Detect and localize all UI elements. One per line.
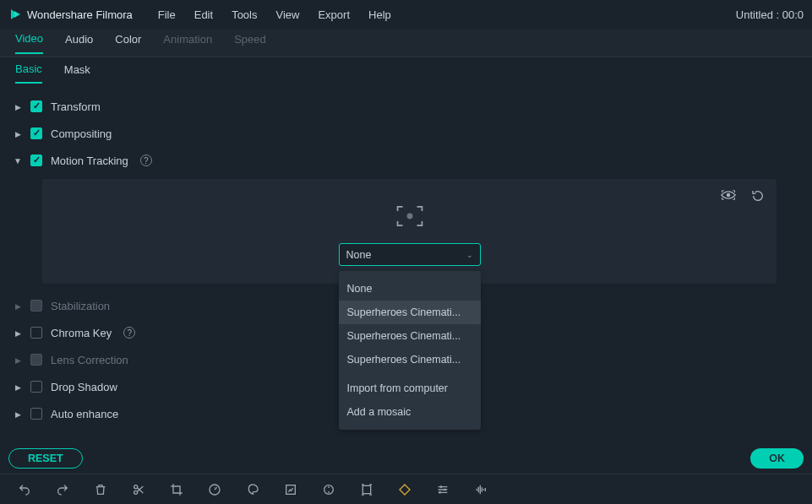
delete-icon[interactable] [93,482,108,497]
motion-tracking-tool-icon[interactable] [321,482,336,497]
svg-point-8 [439,491,441,494]
link-element-dropdown: None ⌄ None Superheroes Cinemati... Supe… [339,243,481,266]
menu-tools[interactable]: Tools [232,8,257,21]
group-motion-tracking[interactable]: Motion Tracking ? [0,147,812,174]
titlebar: Wondershare Filmora File Edit Tools View… [0,0,812,29]
label-compositing: Compositing [51,127,112,140]
timeline-toolbar [0,474,812,504]
expand-arrow-icon[interactable] [14,301,22,311]
reset-button[interactable]: RESET [8,448,83,469]
dropdown-option-import[interactable]: Import from computer [339,377,481,400]
menu-help[interactable]: Help [368,8,391,21]
tab-video[interactable]: Video [15,32,43,54]
split-icon[interactable] [131,482,146,497]
tab-basic[interactable]: Basic [15,62,42,84]
panel-body: Transform Compositing Motion Tracking ? [0,88,812,427]
app-name: Wondershare Filmora [27,8,133,21]
label-chroma-key: Chroma Key [51,327,112,339]
svg-rect-5 [362,485,370,493]
dropdown-select[interactable]: None ⌄ [339,243,481,266]
label-lens-correction: Lens Correction [51,354,128,366]
chevron-down-icon: ⌄ [466,251,473,259]
reset-icon[interactable] [751,189,765,205]
expand-arrow-icon[interactable] [14,102,22,111]
checkbox-stabilization [30,300,42,312]
svg-point-7 [444,488,446,490]
add-marker-icon[interactable] [397,482,412,497]
dropdown-option-superheroes-2[interactable]: Superheroes Cinemati... [339,324,481,348]
expand-arrow-icon[interactable] [14,328,22,338]
green-screen-icon[interactable] [283,482,298,497]
label-transform: Transform [51,100,101,113]
svg-point-6 [440,485,443,488]
crop-icon[interactable] [169,482,184,497]
tab-color[interactable]: Color [115,33,141,53]
project-title: Untitled : 00:0 [736,8,804,21]
tab-audio[interactable]: Audio [65,33,93,53]
mt-actions [721,189,765,205]
menu-export[interactable]: Export [318,8,350,21]
menu-file[interactable]: File [158,8,176,21]
tab-animation: Animation [163,33,212,53]
expand-arrow-icon[interactable] [14,409,22,419]
dropdown-option-superheroes-3[interactable]: Superheroes Cinemati... [339,348,481,371]
expand-arrow-icon[interactable] [14,129,22,138]
main-menu: File Edit Tools View Export Help [158,8,736,21]
app-logo: Wondershare Filmora [8,8,133,21]
checkbox-auto-enhance[interactable] [30,408,42,420]
tab-mask[interactable]: Mask [64,63,90,83]
keyframe-tool-icon[interactable] [359,482,374,497]
ok-button[interactable]: OK [750,448,804,469]
group-compositing[interactable]: Compositing [0,120,812,147]
menu-edit[interactable]: Edit [194,8,213,21]
tracking-target-icon[interactable] [395,204,424,228]
color-icon[interactable] [245,482,260,497]
label-motion-tracking: Motion Tracking [51,154,128,167]
redo-icon[interactable] [55,482,70,497]
checkbox-drop-shadow[interactable] [30,381,42,393]
label-drop-shadow: Drop Shadow [51,381,117,393]
tab-speed: Speed [234,33,266,53]
render-preview-icon[interactable] [721,189,736,205]
dropdown-value: None [346,249,372,261]
dropdown-option-superheroes-1[interactable]: Superheroes Cinemati... [339,301,481,324]
expand-arrow-icon[interactable] [14,382,22,392]
sub-tabs: Basic Mask [0,57,812,88]
label-auto-enhance: Auto enhance [51,408,118,420]
dropdown-option-mosaic[interactable]: Add a mosaic [339,400,481,424]
footer-buttons: RESET OK [0,444,812,473]
expand-arrow-icon[interactable] [14,355,22,365]
panel-tabs: Video Audio Color Animation Speed [0,29,812,57]
svg-point-1 [406,214,412,219]
checkbox-compositing[interactable] [30,127,42,139]
filmora-logo-icon [8,8,22,21]
dropdown-option-none[interactable]: None [339,277,481,301]
dropdown-list: None Superheroes Cinemati... Superheroes… [339,271,481,430]
checkbox-lens-correction [30,354,42,366]
label-stabilization: Stabilization [51,300,110,312]
checkbox-chroma-key[interactable] [30,327,42,339]
help-icon[interactable]: ? [140,154,152,166]
group-transform[interactable]: Transform [0,93,812,120]
checkbox-transform[interactable] [30,100,42,112]
menu-view[interactable]: View [275,8,299,21]
undo-icon[interactable] [17,482,32,497]
motion-tracking-panel: None ⌄ None Superheroes Cinemati... Supe… [42,179,777,284]
collapse-arrow-icon[interactable] [14,156,22,165]
checkbox-motion-tracking[interactable] [30,154,42,166]
help-icon[interactable]: ? [123,327,135,339]
svg-point-0 [727,193,731,198]
speed-icon[interactable] [207,482,222,497]
audio-mixer-icon[interactable] [473,482,488,497]
adjust-icon[interactable] [435,482,450,497]
